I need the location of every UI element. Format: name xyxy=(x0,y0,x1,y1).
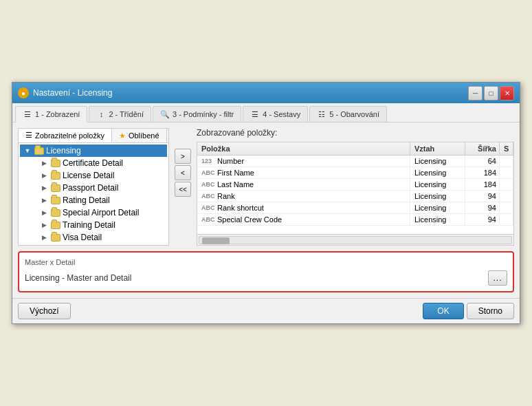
cell-vztah-4: Licensing xyxy=(410,202,465,213)
main-window: ● Nastavení - Licensing ─ □ ✕ ☰ 1 - Zobr… xyxy=(12,82,520,324)
tab-obarvovani-icon: ☷ xyxy=(317,109,326,119)
tree-item-certificate[interactable]: ▶ Certificate Detail xyxy=(20,157,167,169)
title-bar: ● Nastavení - Licensing ─ □ ✕ xyxy=(12,83,520,103)
expander-training: ▶ xyxy=(39,220,49,230)
table-row[interactable]: ABC First Name Licensing 184 xyxy=(197,167,513,179)
master-detail-box: Master x Detail Licensing - Master and D… xyxy=(18,251,514,292)
tree-item-licensing[interactable]: ▼ Licensing xyxy=(20,145,167,157)
folder-icon-passport xyxy=(50,184,61,192)
tree-label-licensing: Licensing xyxy=(46,146,81,156)
master-detail-dots-button[interactable]: ... xyxy=(488,270,507,286)
cell-sirka-3: 94 xyxy=(465,191,500,202)
folder-icon-visa xyxy=(50,233,61,242)
cell-polozka-3: ABC Rank xyxy=(197,191,410,202)
left-panel: ☰ Zobrazitelné položky ★ Oblíbené ▼ xyxy=(18,128,169,246)
items-label: Zobrazované položky: xyxy=(197,128,514,138)
table-row[interactable]: 123 Number Licensing 64 xyxy=(197,156,513,167)
tree-item-training[interactable]: ▶ Training Detail xyxy=(20,219,167,231)
table-row[interactable]: ABC Last Name Licensing 184 xyxy=(197,179,513,191)
tree-item-rating[interactable]: ▶ Rating Detail xyxy=(20,194,167,206)
tab-trideni[interactable]: ↕ 2 - Třídění xyxy=(89,106,151,122)
tab-podminky-icon: 🔍 xyxy=(160,109,170,119)
cell-sirka-5: 94 xyxy=(465,214,500,225)
folder-icon-rating xyxy=(50,196,61,204)
cell-polozka-1: ABC First Name xyxy=(197,167,410,178)
tree-item-license[interactable]: ▶ License Detail xyxy=(20,169,167,182)
cell-polozka-0: 123 Number xyxy=(197,156,410,167)
sub-tab-zobrazitelne[interactable]: ☰ Zobrazitelné položky xyxy=(19,129,112,142)
scrollbar-thumb xyxy=(202,237,230,244)
horizontal-scrollbar[interactable] xyxy=(197,234,513,245)
arrow-all-up-button[interactable]: << xyxy=(175,182,191,197)
tree-label-training: Training Detail xyxy=(63,220,115,230)
header-sirka: Šířka xyxy=(465,142,500,155)
title-bar-left: ● Nastavení - Licensing xyxy=(18,87,112,98)
tree-item-special-airport[interactable]: ▶ Special Airport Detail xyxy=(20,206,167,219)
folder-icon-license xyxy=(50,171,61,180)
expander-special-airport: ▶ xyxy=(39,208,49,217)
cell-s-2 xyxy=(500,179,513,190)
tree-label-visa: Visa Detail xyxy=(63,233,102,242)
tree-area: ▼ Licensing ▶ Certificate Detail xyxy=(19,143,168,245)
cell-s-3 xyxy=(500,191,513,202)
expander-license: ▶ xyxy=(39,171,49,180)
table-row[interactable]: ABC Special Crew Code Licensing 94 xyxy=(197,214,513,226)
cell-polozka-2: ABC Last Name xyxy=(197,179,410,190)
cell-sirka-0: 64 xyxy=(465,156,500,167)
master-detail-row: Licensing - Master and Detail ... xyxy=(25,270,507,286)
ok-button[interactable]: OK xyxy=(423,303,463,319)
tree-label-certificate: Certificate Detail xyxy=(63,158,123,168)
tree-item-passport[interactable]: ▶ Passport Detail xyxy=(20,182,167,194)
tab-trideni-icon: ↕ xyxy=(96,109,106,119)
arrow-controls: > < << xyxy=(175,128,191,246)
tab-sestavy[interactable]: ☰ 4 - Sestavy xyxy=(243,106,308,122)
items-table: Položka Vztah Šířka S 123 Number Licensi xyxy=(197,142,514,246)
header-polozka: Položka xyxy=(197,142,410,155)
window-icon: ● xyxy=(18,87,29,98)
table-header: Položka Vztah Šířka S xyxy=(197,142,513,156)
table-row[interactable]: ABC Rank shortcut Licensing 94 xyxy=(197,202,513,214)
type-badge-1: ABC xyxy=(201,169,215,176)
expander-passport: ▶ xyxy=(39,183,49,193)
cell-sirka-1: 184 xyxy=(465,167,500,178)
expander-rating: ▶ xyxy=(39,195,49,205)
tree-label-license: License Detail xyxy=(63,171,114,180)
close-button[interactable]: ✕ xyxy=(500,86,514,100)
ok-cancel-group: OK Storno xyxy=(423,303,514,319)
maximize-button[interactable]: □ xyxy=(484,86,498,100)
minimize-button[interactable]: ─ xyxy=(468,86,483,100)
expander-certificate: ▶ xyxy=(39,158,49,168)
header-s: S xyxy=(500,142,513,155)
master-detail-value: Licensing - Master and Detail xyxy=(25,273,485,283)
tab-podminky[interactable]: 🔍 3 - Podmínky - filtr xyxy=(153,106,241,122)
cell-s-5 xyxy=(500,214,513,225)
folder-icon-licensing xyxy=(34,147,45,155)
arrow-up-button[interactable]: < xyxy=(175,165,191,180)
master-detail-title: Master x Detail xyxy=(25,258,507,266)
table-row[interactable]: ABC Rank Licensing 94 xyxy=(197,191,513,202)
star-icon: ★ xyxy=(119,131,126,140)
cell-s-4 xyxy=(500,202,513,213)
cell-vztah-1: Licensing xyxy=(410,167,465,178)
expander-visa: ▶ xyxy=(39,233,49,242)
tree-item-visa[interactable]: ▶ Visa Detail xyxy=(20,231,167,244)
cancel-button[interactable]: Storno xyxy=(467,303,514,319)
folder-icon-special-airport xyxy=(50,209,61,217)
tab-zobrazeni[interactable]: ☰ 1 - Zobrazení xyxy=(15,106,87,122)
cell-sirka-4: 94 xyxy=(465,202,500,213)
type-badge-0: 123 xyxy=(201,158,215,164)
sub-tab-oblibene[interactable]: ★ Oblíbené xyxy=(112,129,167,142)
arrow-down-button[interactable]: > xyxy=(175,149,191,164)
bottom-bar: Výchozí OK Storno xyxy=(12,298,520,323)
sub-tab-zobrazitelne-icon: ☰ xyxy=(25,131,32,140)
expander-licensing: ▼ xyxy=(23,146,32,156)
tree-label-special-airport: Special Airport Detail xyxy=(63,208,139,217)
tab-zobrazeni-icon: ☰ xyxy=(23,109,32,119)
main-panel: ☰ Zobrazitelné položky ★ Oblíbené ▼ xyxy=(18,128,514,246)
cell-vztah-3: Licensing xyxy=(410,191,465,202)
default-button[interactable]: Výchozí xyxy=(18,303,71,319)
table-body: 123 Number Licensing 64 ABC First Name xyxy=(197,156,513,234)
type-badge-5: ABC xyxy=(201,216,215,223)
scrollbar-track xyxy=(199,236,512,244)
tab-obarvovani[interactable]: ☷ 5 - Obarvování xyxy=(309,106,387,122)
